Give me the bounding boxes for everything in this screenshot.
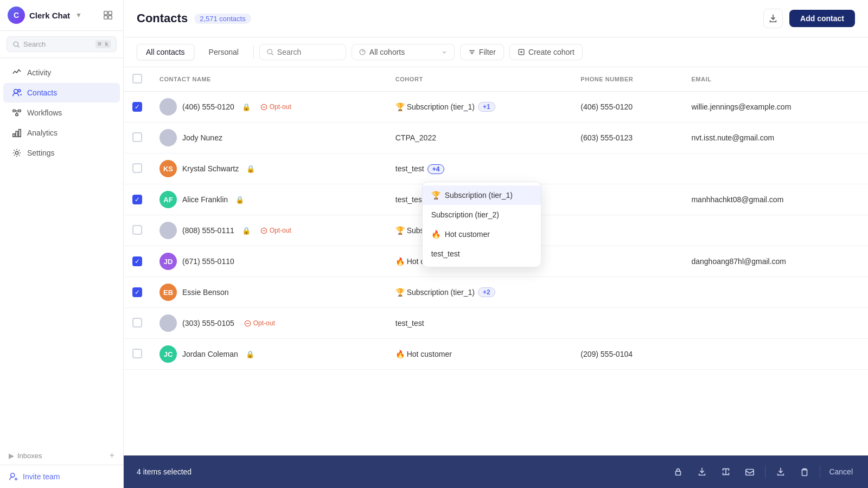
invite-team-button[interactable]: Invite team: [9, 472, 114, 481]
table-row: JC Jordan Coleman 🔒 🔥 Hot customer (209)…: [124, 339, 868, 370]
row-checkbox[interactable]: [132, 256, 142, 266]
contact-cell: (406) 555-0120 🔒 Opt-out: [159, 98, 378, 115]
create-cohort-button[interactable]: Create cohort: [509, 44, 583, 60]
cohort-cell: 🏆 Subscription (tier_1)+1: [395, 102, 564, 112]
avatar: [159, 129, 177, 146]
lock-action-icon[interactable]: [669, 463, 687, 480]
invite-label: Invite team: [23, 472, 60, 481]
sidebar-item-contacts[interactable]: Contacts: [3, 83, 120, 102]
opt-out-badge: Opt-out: [260, 227, 291, 234]
export-button[interactable]: [763, 9, 783, 28]
assign-action-icon[interactable]: [741, 463, 758, 480]
email-cell: [682, 153, 868, 184]
contact-cell: (303) 555-0105 Opt-out: [159, 314, 378, 332]
cancel-button[interactable]: Cancel: [827, 467, 855, 476]
filter-bar: All contacts Personal All cohorts Subscr…: [124, 37, 868, 67]
dropdown-item-hot[interactable]: 🔥 Hot customer: [423, 224, 541, 244]
contact-cell: JC Jordan Coleman 🔒: [159, 345, 378, 363]
row-checkbox[interactable]: [132, 287, 142, 297]
tab-personal[interactable]: Personal: [200, 44, 248, 60]
header-contact-name: CONTACT NAME: [151, 67, 387, 92]
svg-point-20: [267, 49, 272, 54]
row-checkbox[interactable]: [132, 318, 142, 328]
sidebar-item-settings[interactable]: Settings: [3, 143, 120, 163]
cohort-value: CTPA_2022: [395, 133, 436, 142]
svg-rect-14: [16, 131, 18, 137]
row-checkbox[interactable]: [132, 132, 142, 142]
cohort-plus-badge[interactable]: +1: [478, 102, 495, 112]
sidebar-search-box[interactable]: Search ⌘ k: [7, 36, 117, 52]
select-all-checkbox[interactable]: [132, 74, 142, 84]
svg-rect-9: [18, 110, 21, 112]
row-checkbox[interactable]: [132, 349, 142, 358]
cohort-value: test_test: [395, 319, 424, 328]
search-input[interactable]: [277, 48, 331, 56]
dropdown-item-test[interactable]: test_test: [423, 244, 541, 264]
phone-cell: (603) 555-0123: [572, 123, 682, 153]
filter-button[interactable]: Filter: [460, 44, 504, 60]
phone-cell: [572, 308, 682, 339]
opt-out-icon: [244, 320, 251, 327]
cohort-plus-badge[interactable]: +4: [427, 164, 445, 174]
filter-label: Filter: [479, 48, 496, 56]
avatar: AF: [159, 191, 177, 208]
sidebar-item-activity[interactable]: Activity: [3, 63, 120, 82]
svg-rect-0: [104, 11, 107, 15]
topbar: Contacts 2,571 contacts Add contact: [124, 0, 868, 37]
bottom-bar-actions: Cancel: [669, 463, 855, 480]
cohort-select-box[interactable]: All cohorts Subscription (tier_1) Subscr…: [352, 44, 455, 60]
sidebar-invite-area: Invite team: [0, 465, 123, 488]
activity-label: Activity: [27, 68, 51, 77]
lock-icon: 🔒: [235, 196, 244, 204]
sidebar-inboxes[interactable]: ▶ Inboxes +: [0, 446, 123, 465]
row-checkbox[interactable]: [132, 195, 142, 204]
delete-action-icon[interactable]: [796, 463, 813, 480]
tab-all-contacts[interactable]: All contacts: [137, 44, 194, 60]
avatar: JC: [159, 345, 177, 363]
analytics-icon: [12, 128, 22, 138]
contacts-search-box[interactable]: [259, 44, 346, 60]
contact-cell: JD (671) 555-0110: [159, 253, 378, 270]
sidebar-header: C Clerk Chat ▼: [0, 0, 123, 31]
email-cell: [682, 215, 868, 246]
download-action-icon[interactable]: [772, 463, 789, 480]
cohort-plus-badge[interactable]: +2: [478, 287, 495, 297]
search-icon: [266, 48, 274, 56]
contact-name: Jody Nunez: [182, 133, 222, 142]
avatar: [159, 222, 177, 239]
lock-icon: 🔒: [246, 165, 255, 173]
contacts-icon: [12, 88, 22, 98]
add-inbox-icon[interactable]: +: [110, 451, 114, 460]
row-checkbox[interactable]: [132, 225, 142, 235]
dropdown-item-label: Hot customer: [445, 230, 490, 239]
contact-name: (406) 555-0120: [182, 102, 234, 111]
page-title: Contacts: [137, 11, 188, 25]
settings-icon: [12, 148, 22, 158]
svg-rect-37: [802, 470, 807, 476]
sidebar-item-analytics[interactable]: Analytics: [3, 123, 120, 143]
cohort-cell: 🏆 Subscription (tier_1)+2: [395, 287, 564, 297]
svg-point-6: [14, 89, 18, 93]
move-action-icon[interactable]: [717, 463, 735, 480]
email-cell: willie.jennings@example.com: [682, 92, 868, 123]
dropdown-item-sub2[interactable]: Subscription (tier_2): [423, 205, 541, 224]
svg-rect-13: [13, 134, 15, 137]
app-logo: C: [8, 7, 25, 24]
invite-icon: [9, 472, 18, 481]
sidebar-item-workflows[interactable]: Workflows: [3, 103, 120, 123]
export-action-icon[interactable]: [693, 463, 711, 480]
row-checkbox[interactable]: [132, 163, 142, 173]
add-contact-button[interactable]: Add contact: [789, 10, 855, 27]
activity-icon: [12, 68, 22, 78]
svg-rect-2: [104, 16, 107, 19]
app-name-chevron-icon: ▼: [75, 11, 82, 19]
phone-cell: (406) 555-0120: [572, 92, 682, 123]
row-checkbox[interactable]: [132, 102, 142, 112]
dropdown-item-sub1[interactable]: 🏆 Subscription (tier_1): [423, 185, 541, 205]
table-row: KS Krystal Schwartz 🔒 test_test +4: [124, 153, 868, 184]
contacts-table-container: CONTACT NAME COHORT PHONE NUMBER EMAIL (…: [124, 67, 868, 455]
header-phone: PHONE NUMBER: [572, 67, 682, 92]
cohort-dropdown-select[interactable]: All cohorts Subscription (tier_1) Subscr…: [369, 48, 438, 56]
compose-icon[interactable]: [100, 8, 116, 23]
contact-name: Essie Benson: [182, 288, 229, 297]
